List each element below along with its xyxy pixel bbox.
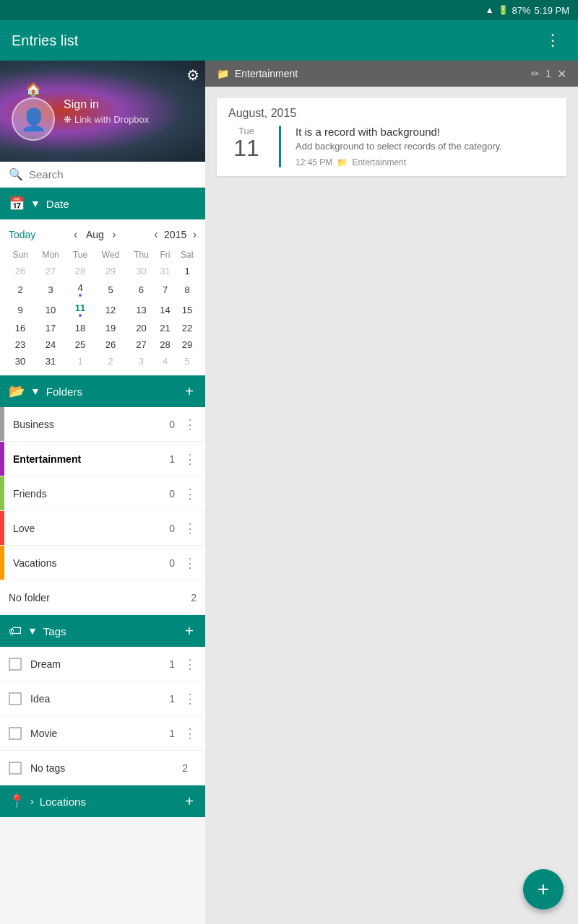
add-tag-button[interactable]: +	[182, 620, 197, 642]
cal-day[interactable]: 27	[35, 263, 66, 279]
cal-day[interactable]: 16	[6, 320, 35, 336]
tag-checkbox[interactable]	[9, 658, 22, 671]
cal-day[interactable]: 2	[94, 353, 127, 370]
settings-icon[interactable]: ⚙	[186, 66, 199, 84]
tag-checkbox[interactable]	[9, 727, 22, 740]
cal-day[interactable]: 8	[175, 279, 199, 300]
dropbox-link[interactable]: ❋ Link with Dropbox	[64, 114, 194, 125]
tag-item-dream[interactable]: Dream 1 ⋮	[0, 647, 205, 681]
tag-item-no-tags[interactable]: No tags 2	[0, 751, 205, 785]
calendar-grid: Sun Mon Tue Wed Thu Fri Sat 26 27	[6, 247, 199, 370]
folder-color-bar	[0, 442, 4, 476]
tags-section-label: Tags	[43, 625, 176, 637]
tag-item-idea[interactable]: Idea 1 ⋮	[0, 681, 205, 716]
cal-day[interactable]: 3	[35, 279, 66, 300]
cal-day[interactable]: 9	[6, 300, 35, 320]
cal-day[interactable]: 22	[175, 320, 199, 336]
tag-checkbox[interactable]	[9, 762, 22, 775]
notif-close-icon[interactable]: ✕	[557, 67, 566, 81]
folder-name: Business	[13, 419, 169, 430]
cal-day[interactable]: 17	[35, 320, 66, 336]
date-section-header[interactable]: 📅 ▼ Date	[0, 188, 205, 219]
cal-day[interactable]: 3	[127, 353, 155, 370]
cal-day[interactable]: 15	[175, 300, 199, 320]
folder-menu-icon[interactable]: ⋮	[184, 486, 197, 502]
search-input[interactable]	[29, 168, 197, 180]
entry-body: Tue 11 It is a record with background! A…	[217, 126, 566, 176]
locations-section-header[interactable]: 📍 › Locations +	[0, 785, 205, 817]
entry-card[interactable]: August, 2015 Tue 11 It is a record with …	[217, 98, 566, 176]
folder-item-vacations[interactable]: Vacations 0 ⋮	[0, 546, 205, 580]
cal-day[interactable]: 12	[94, 300, 127, 320]
folder-menu-icon[interactable]: ⋮	[184, 555, 197, 571]
cal-day[interactable]: 20	[127, 320, 155, 336]
cal-day[interactable]: 1	[175, 263, 199, 279]
cal-day[interactable]: 27	[127, 336, 155, 353]
sign-in-label[interactable]: Sign in	[64, 98, 194, 111]
folder-menu-icon[interactable]: ⋮	[184, 417, 197, 432]
folder-item-love[interactable]: Love 0 ⋮	[0, 511, 205, 546]
folder-item-friends[interactable]: Friends 0 ⋮	[0, 476, 205, 511]
cal-day[interactable]: 30	[6, 353, 35, 370]
cal-day[interactable]: 7	[155, 279, 175, 300]
cal-day[interactable]: 21	[155, 320, 175, 336]
cal-day[interactable]: 29	[175, 336, 199, 353]
cal-day[interactable]: 13	[127, 300, 155, 320]
cal-day-today[interactable]: 11	[66, 300, 94, 320]
tag-menu-icon[interactable]: ⋮	[184, 656, 197, 672]
tag-count: 1	[169, 693, 175, 705]
tags-list: Dream 1 ⋮ Idea 1 ⋮ Movie 1 ⋮ No tags 2	[0, 647, 205, 785]
cal-day[interactable]: 31	[35, 353, 66, 370]
cal-day[interactable]: 14	[155, 300, 175, 320]
overflow-menu-icon[interactable]: ⋮	[539, 25, 566, 56]
cal-day[interactable]: 4	[155, 353, 175, 370]
chevron-down-icon: ▼	[30, 198, 40, 209]
cal-day[interactable]: 28	[155, 336, 175, 353]
add-location-button[interactable]: +	[182, 790, 197, 813]
cal-day[interactable]: 29	[94, 263, 127, 279]
folder-color-bar	[0, 511, 4, 545]
folder-menu-icon[interactable]: ⋮	[184, 520, 197, 536]
cal-day[interactable]: 4	[66, 279, 94, 300]
cal-day[interactable]: 31	[155, 263, 175, 279]
cal-day[interactable]: 2	[6, 279, 35, 300]
cal-day[interactable]: 26	[94, 336, 127, 353]
prev-month-arrow[interactable]: ‹	[74, 228, 77, 241]
cal-day[interactable]: 10	[35, 300, 66, 320]
folder-menu-icon[interactable]: ⋮	[184, 451, 197, 467]
folder-item-business[interactable]: Business 0 ⋮	[0, 407, 205, 442]
cal-day[interactable]: 30	[127, 263, 155, 279]
folders-section-header[interactable]: 📂 ▼ Folders +	[0, 375, 205, 407]
prev-year-arrow[interactable]: ‹	[154, 228, 158, 241]
tag-menu-icon[interactable]: ⋮	[184, 725, 197, 741]
next-month-arrow[interactable]: ›	[112, 228, 116, 241]
today-button[interactable]: Today	[9, 229, 35, 240]
tag-item-movie[interactable]: Movie 1 ⋮	[0, 716, 205, 751]
cal-day[interactable]: 28	[66, 263, 94, 279]
cal-day[interactable]: 5	[175, 353, 199, 370]
fab-button[interactable]: +	[523, 869, 564, 910]
notif-edit-icon[interactable]: ✏	[531, 68, 540, 79]
tag-menu-icon[interactable]: ⋮	[184, 691, 197, 707]
tag-count: 1	[169, 658, 175, 670]
cal-day[interactable]: 26	[6, 263, 35, 279]
tag-checkbox[interactable]	[9, 692, 22, 705]
cal-day[interactable]: 25	[66, 336, 94, 353]
add-folder-button[interactable]: +	[182, 380, 197, 403]
no-folder-item[interactable]: No folder 2	[0, 580, 205, 615]
cal-day[interactable]: 19	[94, 320, 127, 336]
cal-day[interactable]: 18	[66, 320, 94, 336]
folder-item-entertainment[interactable]: Entertainment 1 ⋮	[0, 442, 205, 476]
tag-name: Movie	[30, 728, 169, 739]
app-title: Entries list	[12, 32, 78, 49]
next-year-arrow[interactable]: ›	[193, 228, 197, 241]
folder-color-bar	[0, 407, 4, 441]
cal-day[interactable]: 24	[35, 336, 66, 353]
cal-day[interactable]: 6	[127, 279, 155, 300]
clock: 5:19 PM	[535, 5, 569, 16]
cal-day[interactable]: 1	[66, 353, 94, 370]
battery-percentage: 87%	[512, 5, 531, 16]
cal-day[interactable]: 5	[94, 279, 127, 300]
cal-day[interactable]: 23	[6, 336, 35, 353]
tags-section-header[interactable]: 🏷 ▼ Tags +	[0, 615, 205, 647]
